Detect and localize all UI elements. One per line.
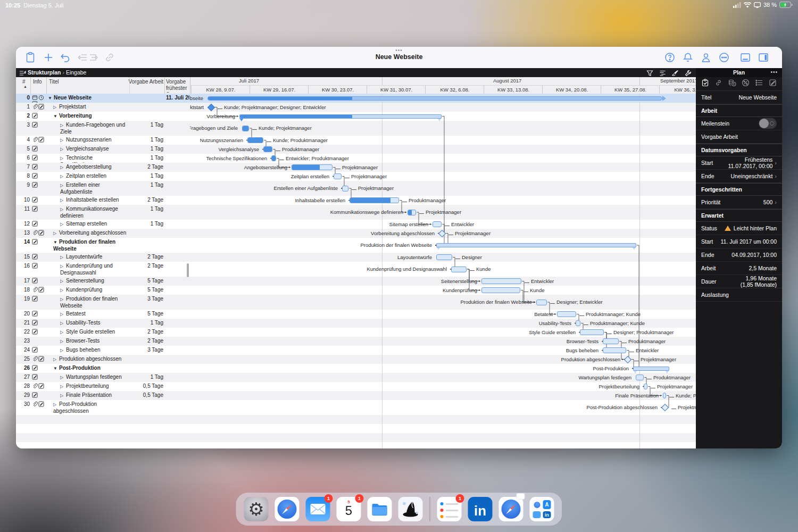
group-summary-bar[interactable] [239, 114, 442, 119]
disclosure-icon[interactable]: ▷ [60, 311, 66, 318]
dock-app-safari-handoff[interactable] [499, 497, 523, 521]
disclosure-icon[interactable]: ▷ [60, 146, 66, 153]
task-title[interactable]: Vorbereitung abgeschlossen [59, 230, 126, 236]
col-info[interactable]: Info [33, 79, 42, 85]
disclosure-icon[interactable]: ▷ [60, 278, 66, 285]
vertical-scrollbar[interactable] [187, 263, 189, 277]
disclosure-icon[interactable]: ▷ [60, 263, 66, 270]
task-bar[interactable] [536, 300, 547, 305]
task-title[interactable]: Inhaltstabelle erstellen [66, 197, 119, 203]
disclosure-icon[interactable]: ▷ [53, 401, 59, 408]
disclosure-icon[interactable]: ▷ [60, 122, 66, 129]
inspector-field-titel[interactable]: TitelNeue Webseite [696, 91, 782, 104]
task-bar[interactable] [334, 173, 342, 179]
task-bar[interactable] [436, 254, 452, 260]
task-title[interactable]: Post-Produktion [59, 365, 101, 371]
disclosure-icon[interactable]: ▷ [60, 392, 66, 399]
task-title[interactable]: Post-Produktion abgeschlossen [53, 401, 97, 414]
task-title[interactable]: Produktion der finalen Webseite [60, 296, 118, 309]
task-bar[interactable] [408, 210, 416, 215]
inspector-field-arbeit[interactable]: Arbeit2,5 Monate [696, 262, 782, 275]
inspector-field-dauer[interactable]: Dauer1,96 Monate (1,85 fMonate) [696, 275, 782, 288]
col-vorgabe-fruehester[interactable]: Vorgabe frühester S [166, 79, 189, 93]
task-title[interactable]: Zeitplan erstellen [66, 173, 106, 179]
disclosure-icon[interactable]: ▷ [60, 320, 66, 327]
dock-app-app-pair[interactable]: Ain [530, 497, 554, 521]
disclosure-icon[interactable]: ▷ [60, 374, 66, 381]
task-title[interactable]: Seitenerstellung [66, 278, 104, 284]
disclosure-icon[interactable]: ▷ [60, 206, 66, 213]
task-title[interactable]: Kommunikationswege definieren [60, 206, 118, 219]
task-title[interactable]: Vergleichsanalyse [66, 146, 109, 152]
task-title[interactable]: Betatest [66, 311, 86, 317]
inspector-more-button[interactable]: ••• [770, 69, 778, 75]
dock-app-calendar[interactable]: 551 [337, 497, 361, 521]
inspector-field-ende[interactable]: Ende04.09.2017, 10:00 [696, 248, 782, 262]
task-bar[interactable] [576, 320, 580, 326]
task-title[interactable]: Kundenprüfung [66, 287, 102, 293]
disclosure-icon[interactable]: ▷ [60, 197, 66, 204]
dock-app-settings[interactable]: ⚙ [244, 497, 269, 521]
inspector-field-ende[interactable]: EndeUneingeschränkt› [696, 170, 782, 183]
disclosure-icon[interactable]: ▷ [60, 383, 66, 390]
task-title[interactable]: Vorbereitung [59, 113, 92, 119]
help-icon[interactable] [664, 52, 676, 63]
inspector-field-status[interactable]: StatusLeicht hinter Plan [696, 222, 782, 235]
disclosure-icon[interactable]: ▷ [60, 173, 66, 180]
task-bar[interactable] [557, 311, 576, 317]
task-bar[interactable] [247, 137, 263, 143]
filter-icon[interactable] [646, 69, 653, 76]
task-title[interactable]: Browser-Tests [66, 338, 99, 344]
disclosure-icon[interactable]: ▷ [60, 296, 66, 303]
task-title[interactable]: Wartungsplan festlegen [66, 374, 122, 380]
bottom-panel-icon[interactable] [739, 52, 751, 63]
disclosure-icon[interactable]: ▷ [60, 338, 66, 345]
task-title[interactable]: Nutzungsszenarien [66, 137, 112, 143]
disclosure-icon[interactable]: ▷ [60, 155, 66, 162]
disclosure-icon[interactable]: ▷ [60, 164, 66, 171]
task-title[interactable]: Bugs beheben [66, 347, 101, 353]
task-title[interactable]: Kundenprüfung und Designauswahl [60, 263, 113, 276]
task-bar[interactable] [342, 186, 348, 192]
view-options-icon[interactable] [19, 69, 26, 76]
disclosure-icon[interactable]: ▷ [60, 254, 66, 261]
dock-app-linkedin[interactable]: in [468, 497, 493, 521]
percent-circle-icon[interactable] [742, 79, 750, 89]
dock-app-merlin-project[interactable] [398, 497, 423, 521]
col-titel[interactable]: Titel [49, 79, 59, 85]
right-panel-icon[interactable] [758, 52, 769, 63]
dock-app-files[interactable] [368, 497, 392, 521]
multitasking-dots[interactable]: ••• [395, 47, 403, 53]
cost-coins-icon[interactable] [728, 79, 736, 89]
task-bar[interactable] [263, 146, 272, 152]
task-bar[interactable] [580, 329, 604, 335]
task-bar[interactable] [350, 197, 399, 203]
task-title[interactable]: Produktion abgeschlossen [59, 356, 121, 362]
person-icon[interactable] [700, 52, 712, 63]
inspector-field-start[interactable]: StartFrühestens 11.07.2017, 00:00› [696, 156, 782, 170]
group-summary-bar[interactable] [436, 243, 636, 247]
task-title[interactable]: Sitemap erstellen [66, 221, 107, 227]
task-title[interactable]: Style Guide erstellen [66, 329, 115, 335]
inspector-field-auslastung[interactable]: Auslastung [696, 288, 782, 302]
task-title[interactable]: Layoutentwürfe [66, 254, 102, 260]
task-bar[interactable] [271, 155, 276, 161]
disclosure-icon[interactable]: ▷ [53, 356, 59, 363]
disclosure-icon[interactable]: ▷ [60, 221, 66, 228]
task-bar[interactable] [451, 267, 467, 272]
collapse-icon[interactable]: ▼ [53, 113, 59, 120]
task-title[interactable]: Angebotserstellung [66, 164, 112, 170]
task-bar[interactable] [644, 384, 647, 389]
task-title[interactable]: Projektstart [59, 104, 86, 110]
task-bar[interactable] [636, 375, 644, 380]
disclosure-icon[interactable]: ▷ [60, 287, 66, 294]
brush-icon[interactable] [672, 69, 679, 76]
task-bar[interactable] [481, 287, 520, 293]
breadcrumb[interactable]: Strukturplan›Eingabe [28, 69, 86, 76]
notes-edit-icon[interactable] [769, 79, 777, 89]
project-summary-bar[interactable] [207, 96, 662, 101]
col-num[interactable]: # [22, 79, 26, 85]
task-bar[interactable] [663, 393, 666, 398]
inspector-field-vorgabearbeit[interactable]: Vorgabe Arbeit [696, 130, 782, 144]
custom-fields-icon[interactable] [755, 79, 763, 89]
